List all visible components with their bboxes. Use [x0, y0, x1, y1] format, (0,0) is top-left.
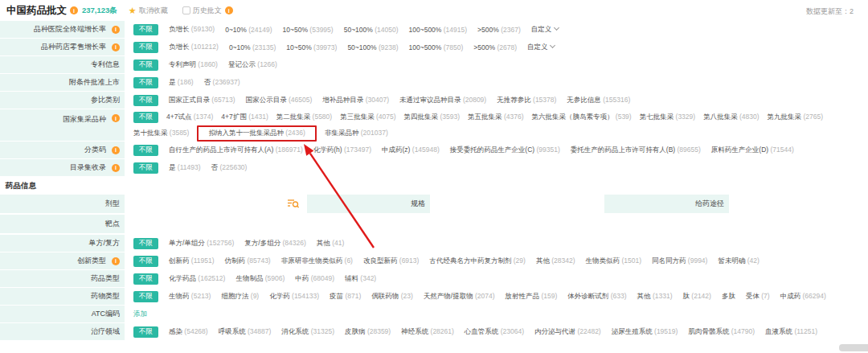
filter-option[interactable]: 受体 (7)	[746, 292, 770, 302]
unfavorite-button[interactable]: 取消收藏	[139, 6, 168, 16]
filter-option[interactable]: 心血管系统 (23064)	[465, 327, 524, 337]
filter-option[interactable]: 神经系统 (28261)	[401, 327, 454, 337]
filter-option[interactable]: 原料药生产企业(D) (71544)	[711, 146, 794, 155]
filter-option[interactable]: 国家正式目录 (65713)	[169, 96, 235, 105]
filter-option[interactable]: 是 (11493)	[169, 163, 201, 173]
filter-option[interactable]: 否 (236937)	[204, 78, 240, 88]
filter-option[interactable]: 0~10% (24149)	[225, 26, 272, 34]
info-icon[interactable]: i	[112, 43, 120, 51]
filter-option[interactable]: >500% (2678)	[473, 43, 517, 51]
filter-option[interactable]: 细胞疗法 (9)	[221, 292, 259, 302]
info-icon[interactable]: i	[112, 26, 120, 34]
filter-option[interactable]: 增补品种目录 (30407)	[322, 96, 389, 105]
favorite-star-icon[interactable]: ★	[129, 6, 137, 16]
filter-unlimited-chip[interactable]: 不限	[133, 60, 158, 70]
filter-option[interactable]: 第三批集采 (4075)	[340, 113, 395, 122]
corner-scroll-thumb[interactable]	[839, 344, 868, 351]
atc-add-link[interactable]: 添加	[133, 310, 147, 319]
filter-option[interactable]: 感染 (54268)	[169, 327, 208, 337]
filter-option[interactable]: 第八批集采 (4830)	[703, 113, 759, 122]
filter-option[interactable]: 血液系统 (11251)	[765, 327, 817, 337]
info-icon[interactable]: i	[112, 164, 120, 172]
history-info-icon[interactable]: i	[225, 6, 233, 14]
filter-search-icon[interactable]	[288, 197, 299, 211]
filter-option[interactable]: 无参比信息 (155316)	[567, 96, 630, 105]
filter-option[interactable]: 未通过审议品种目录 (20809)	[399, 96, 486, 105]
filter-option[interactable]: 100~500% (14915)	[409, 26, 468, 34]
filter-option[interactable]: 疫苗 (871)	[330, 292, 361, 302]
info-icon[interactable]: i	[112, 146, 120, 154]
filter-option[interactable]: 第五批集采 (4376)	[468, 113, 523, 122]
filter-option[interactable]: 无推荐参比 (15378)	[497, 96, 556, 105]
filter-option[interactable]: 多肽	[722, 292, 735, 302]
specification-input[interactable]	[430, 195, 604, 214]
filter-option[interactable]: 其他 (1331)	[637, 292, 673, 302]
info-icon[interactable]: i	[112, 114, 120, 122]
filter-option[interactable]: 化学药(h) (173497)	[313, 146, 371, 155]
filter-option[interactable]: 生物类似药 (1501)	[586, 257, 641, 266]
filter-option[interactable]: 第二批集采 (5580)	[276, 113, 332, 122]
filter-unlimited-chip[interactable]: 不限	[133, 112, 158, 122]
filter-option[interactable]: 单方/单组分 (152756)	[169, 239, 234, 248]
filter-unlimited-chip[interactable]: 不限	[133, 24, 158, 35]
filter-unlimited-chip[interactable]: 不限	[133, 42, 158, 52]
filter-unlimited-chip[interactable]: 不限	[133, 145, 158, 155]
filter-option[interactable]: 肌肉骨骼系统 (14790)	[688, 327, 755, 337]
filter-unlimited-chip[interactable]: 不限	[133, 256, 158, 266]
filter-option[interactable]: 第七批集采 (3329)	[640, 113, 695, 122]
filter-option[interactable]: 天然产物/提取物 (2074)	[424, 292, 495, 302]
filter-option[interactable]: 登记公示 (1266)	[228, 60, 277, 70]
filter-option[interactable]: 专利声明 (1860)	[169, 60, 218, 70]
filter-option[interactable]: 第四批集采 (3593)	[404, 113, 460, 122]
filter-option[interactable]: 中成药 (66294)	[780, 292, 826, 302]
filter-option[interactable]: 第九批集采 (2765)	[768, 113, 823, 122]
filter-option[interactable]: 放射性产品 (159)	[506, 292, 558, 302]
filter-option[interactable]: 50~100% (9238)	[347, 43, 398, 51]
filter-unlimited-chip[interactable]: 不限	[133, 162, 158, 173]
filter-option[interactable]: 否 (225630)	[211, 163, 248, 173]
filter-option[interactable]: 生物制品 (5906)	[235, 274, 285, 284]
filter-option[interactable]: 非原研非生物类似药 (6)	[281, 257, 353, 266]
filter-option[interactable]: 非集采品种 (201037)	[325, 129, 388, 138]
filter-option[interactable]: 中成药(z) (145948)	[382, 146, 440, 155]
filter-unlimited-chip[interactable]: 不限	[133, 326, 158, 337]
filter-option[interactable]: >500% (2367)	[477, 26, 521, 34]
filter-option[interactable]: 其他 (28342)	[536, 257, 575, 266]
info-icon[interactable]: i	[112, 257, 120, 265]
filter-option[interactable]: 内分泌与代谢 (22482)	[534, 327, 601, 337]
filter-option[interactable]: 100~500% (7850)	[409, 43, 464, 51]
filter-option[interactable]: 生物药 (5213)	[169, 292, 211, 302]
filter-option[interactable]: 接受委托的药品生产企业(C) (99351)	[450, 146, 560, 155]
history-checkbox[interactable]	[182, 6, 190, 14]
filter-option[interactable]: 10~50% (39973)	[286, 43, 337, 51]
filter-option[interactable]: 创新药 (11951)	[169, 257, 215, 266]
filter-option[interactable]: 泌尿生殖系统 (19519)	[612, 327, 678, 337]
filter-option[interactable]: 偶联药物 (23)	[371, 292, 412, 302]
filter-option[interactable]: 改良型新药 (6913)	[363, 257, 419, 266]
filter-option[interactable]: 4+7扩围 (1431)	[221, 113, 268, 122]
filter-option[interactable]: 4+7试点 (1374)	[166, 113, 213, 122]
filter-option[interactable]: 皮肤病 (28359)	[345, 327, 391, 337]
dosage-form-input[interactable]	[125, 195, 307, 214]
filter-option[interactable]: 自行生产的药品上市许可持有人(A) (186971)	[169, 146, 303, 155]
filter-unlimited-chip[interactable]: 不限	[133, 238, 158, 248]
filter-option[interactable]: 暂未明确 (42)	[718, 257, 759, 266]
filter-option[interactable]: 是 (186)	[169, 78, 194, 88]
filter-option[interactable]: 负增长 (59130)	[169, 25, 215, 35]
title-info-icon[interactable]: i	[70, 6, 78, 14]
filter-unlimited-chip[interactable]: 不限	[133, 77, 158, 88]
filter-unlimited-chip[interactable]: 不限	[133, 95, 158, 105]
filter-option[interactable]: 50~100% (14050)	[344, 26, 399, 34]
filter-option[interactable]: 仿制药 (85743)	[225, 257, 271, 266]
filter-option[interactable]: 委托生产的药品上市许可持有人(B) (89655)	[571, 146, 701, 155]
filter-option[interactable]: 第十批集采 (3585)	[133, 129, 189, 138]
filter-option[interactable]: 化学药 (154133)	[269, 292, 319, 302]
filter-option[interactable]: 呼吸系统 (34887)	[219, 327, 272, 337]
filter-option[interactable]: 10~50% (53995)	[283, 26, 334, 34]
filter-option[interactable]: 国家公示目录 (46505)	[246, 96, 313, 105]
filter-unlimited-chip[interactable]: 不限	[133, 273, 158, 284]
filter-option[interactable]: 辅料 (342)	[345, 274, 376, 284]
filter-unlimited-chip[interactable]: 不限	[133, 291, 158, 302]
history-checkbox-label[interactable]: 历史批文	[193, 6, 222, 16]
filter-option[interactable]: 中药 (68049)	[295, 274, 334, 284]
